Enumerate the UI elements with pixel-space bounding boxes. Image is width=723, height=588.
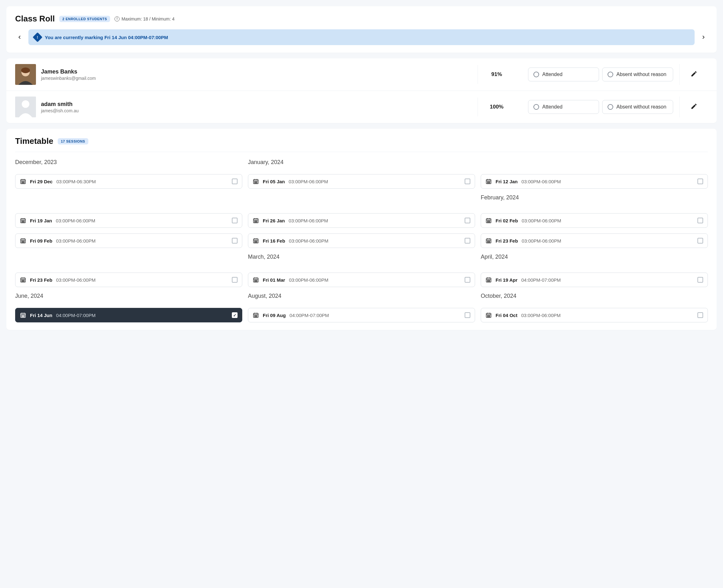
svg-point-124 [490, 281, 490, 282]
session-item[interactable]: Fri 19 Jan 03:00PM-06:00PM [15, 213, 242, 228]
absent-option[interactable]: Absent without reason [602, 67, 673, 81]
session-checkbox[interactable] [698, 238, 703, 244]
prev-session-button[interactable] [15, 33, 24, 42]
session-item[interactable]: Fri 12 Jan 03:00PM-06:00PM [481, 174, 708, 189]
calendar-icon [20, 237, 26, 244]
session-checkbox[interactable] [465, 178, 470, 184]
session-item[interactable]: Fri 23 Feb 03:00PM-06:00PM [481, 233, 708, 248]
calendar-icon [486, 217, 492, 224]
session-item[interactable]: Fri 19 Apr 04:00PM-07:00PM [481, 273, 708, 287]
session-nav-row: ! You are currently marking Fri 14 Jun 0… [15, 29, 708, 45]
session-checkbox[interactable]: ✓ [232, 312, 237, 318]
students-card: James Banks jameswinbanks@gmail.com 91% … [6, 58, 717, 123]
student-name: adam smith [41, 101, 79, 108]
calendar-icon [486, 237, 492, 244]
svg-point-81 [257, 241, 257, 241]
session-checkbox[interactable] [232, 277, 237, 282]
svg-point-154 [490, 316, 490, 317]
month-label: February, 2024 [481, 194, 708, 206]
session-item[interactable]: Fri 09 Feb 03:00PM-06:00PM [15, 233, 242, 248]
session-date: Fri 16 Feb [263, 238, 285, 244]
svg-point-143 [256, 316, 256, 317]
student-email: james@ish.com.au [41, 108, 79, 113]
session-item[interactable]: Fri 04 Oct 03:00PM-06:00PM [481, 308, 708, 322]
session-checkbox[interactable] [698, 312, 703, 318]
svg-point-82 [255, 242, 255, 243]
svg-point-70 [23, 241, 23, 241]
class-roll-card: Class Roll 2 ENROLLED STUDENTS ! Maximum… [6, 6, 717, 53]
svg-point-122 [487, 281, 488, 282]
chevron-right-icon [701, 35, 706, 40]
session-checkbox[interactable] [698, 277, 703, 282]
absent-option[interactable]: Absent without reason [602, 100, 673, 114]
session-checkbox[interactable] [232, 218, 237, 223]
svg-point-14 [24, 183, 25, 183]
svg-point-131 [24, 315, 25, 316]
edit-button[interactable] [690, 103, 698, 111]
svg-point-69 [22, 241, 22, 241]
svg-point-111 [257, 280, 257, 281]
session-checkbox[interactable] [698, 178, 703, 184]
session-date: Fri 19 Apr [495, 277, 517, 282]
svg-point-144 [257, 316, 257, 317]
svg-point-40 [23, 221, 23, 222]
session-item[interactable]: Fri 23 Feb 03:00PM-06:00PM [15, 273, 242, 287]
month-label: December, 2023 [15, 159, 242, 167]
session-checkbox[interactable] [465, 238, 470, 244]
svg-point-99 [22, 280, 22, 281]
edit-button[interactable] [690, 70, 698, 79]
session-time: 04:00PM-07:00PM [290, 313, 329, 318]
class-roll-header: Class Roll 2 ENROLLED STUDENTS ! Maximum… [15, 14, 708, 24]
pencil-icon [690, 103, 698, 110]
session-item[interactable]: Fri 09 Aug 04:00PM-07:00PM [248, 308, 475, 322]
svg-point-140 [256, 315, 256, 316]
session-checkbox[interactable] [232, 178, 237, 184]
svg-point-31 [490, 182, 490, 182]
attended-option[interactable]: Attended [528, 100, 599, 114]
svg-point-43 [23, 222, 23, 223]
attended-option[interactable]: Attended [528, 67, 599, 81]
timetable-header: Timetable 17 SESSIONS [15, 136, 708, 152]
calendar-icon [20, 217, 26, 224]
session-item[interactable]: Fri 01 Mar 03:00PM-06:00PM [248, 273, 475, 287]
timetable-card: Timetable 17 SESSIONS December, 2023Janu… [6, 129, 717, 330]
session-checkbox[interactable] [465, 277, 470, 282]
session-checkbox[interactable] [465, 218, 470, 223]
calendar-icon [486, 178, 492, 185]
session-time: 03:00PM-06:00PM [56, 218, 95, 223]
svg-point-119 [487, 280, 488, 281]
svg-point-133 [23, 316, 23, 317]
month-label: August, 2024 [248, 293, 475, 300]
svg-point-73 [23, 242, 23, 243]
session-item[interactable]: Fri 16 Feb 03:00PM-06:00PM [248, 233, 475, 248]
svg-point-113 [256, 281, 256, 282]
info-icon: ! [114, 16, 120, 21]
svg-point-120 [488, 280, 489, 281]
student-row: adam smith james@ish.com.au 100% Attende… [6, 90, 717, 123]
svg-point-74 [24, 242, 25, 243]
next-session-button[interactable] [699, 33, 708, 42]
svg-point-72 [22, 242, 22, 243]
avatar [15, 64, 36, 85]
session-item[interactable]: Fri 05 Jan 03:00PM-06:00PM [248, 174, 475, 189]
session-item[interactable]: Fri 26 Jan 03:00PM-06:00PM [248, 213, 475, 228]
svg-point-61 [490, 221, 490, 222]
svg-point-123 [488, 281, 489, 282]
session-checkbox[interactable] [698, 218, 703, 223]
svg-point-29 [487, 182, 488, 182]
svg-point-22 [255, 183, 255, 183]
pencil-icon [690, 70, 698, 77]
session-item[interactable]: Fri 29 Dec 03:00PM-06:30PM [15, 174, 242, 189]
month-label: April, 2024 [481, 254, 708, 265]
session-item[interactable]: Fri 02 Feb 03:00PM-06:00PM [481, 213, 708, 228]
banner-text: You are currently marking Fri 14 Jun 04:… [45, 35, 168, 40]
svg-point-149 [487, 315, 488, 316]
session-checkbox[interactable] [465, 312, 470, 318]
session-item[interactable]: Fri 14 Jun 04:00PM-07:00PM ✓ [15, 308, 242, 322]
session-date: Fri 04 Oct [495, 313, 517, 318]
session-checkbox[interactable] [232, 238, 237, 244]
session-time: 03:00PM-06:00PM [522, 218, 561, 223]
spacer [248, 194, 475, 208]
session-date: Fri 23 Feb [30, 277, 52, 282]
session-date: Fri 12 Jan [495, 179, 518, 184]
